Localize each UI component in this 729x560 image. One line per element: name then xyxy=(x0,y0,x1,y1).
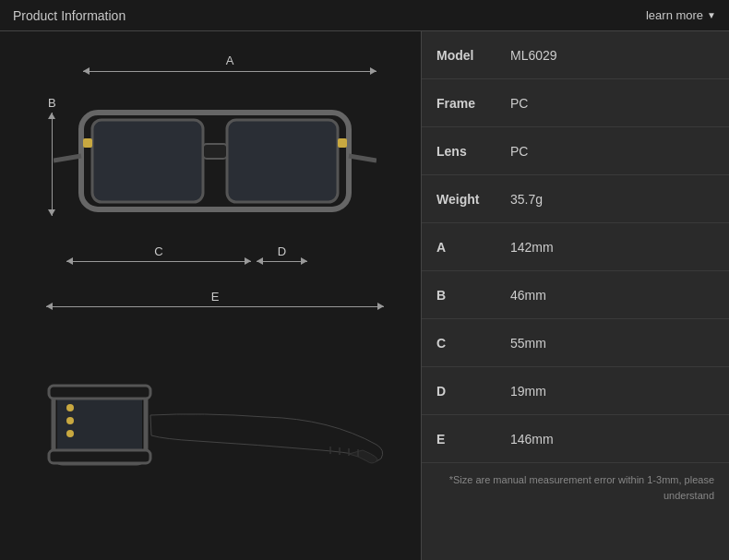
right-panel: ModelML6029FramePCLensPCWeight35.7gA142m… xyxy=(421,31,729,560)
d-label: D xyxy=(278,244,286,258)
e-label: E xyxy=(211,290,220,304)
spec-row: B46mm xyxy=(422,271,729,319)
spec-row: FramePC xyxy=(422,79,729,127)
svg-rect-3 xyxy=(203,144,227,159)
left-panel: A B xyxy=(0,31,421,560)
svg-line-7 xyxy=(54,156,81,161)
spec-label-d: D xyxy=(436,384,510,399)
spec-row: Weight35.7g xyxy=(422,175,729,223)
spec-value-a: 142mm xyxy=(510,240,554,255)
spec-label-frame: Frame xyxy=(436,96,510,111)
svg-rect-12 xyxy=(49,450,150,463)
svg-rect-11 xyxy=(49,386,150,399)
svg-point-15 xyxy=(66,430,74,437)
spec-label-b: B xyxy=(436,288,510,303)
glasses-side-image xyxy=(28,315,402,551)
c-label: C xyxy=(154,244,162,258)
spec-row: C55mm xyxy=(422,319,729,367)
spec-value-e: 146mm xyxy=(510,432,554,447)
glasses-top-svg xyxy=(54,87,376,220)
spec-row: A142mm xyxy=(422,223,729,271)
side-view-section: E xyxy=(28,290,402,551)
spec-label-e: E xyxy=(436,432,510,447)
spec-value-frame: PC xyxy=(510,96,528,111)
glasses-top-image xyxy=(28,87,402,220)
svg-rect-6 xyxy=(338,138,347,148)
spec-row: ModelML6029 xyxy=(422,31,729,79)
svg-rect-5 xyxy=(83,138,92,148)
spec-label-lens: Lens xyxy=(436,144,510,159)
spec-value-c: 55mm xyxy=(510,336,546,351)
top-view-section: A B xyxy=(28,41,402,280)
page-title: Product Information xyxy=(13,8,125,23)
svg-rect-1 xyxy=(92,120,203,202)
learn-more-button[interactable]: learn more ▼ xyxy=(646,8,716,22)
spec-label-weight: Weight xyxy=(436,192,510,207)
dropdown-icon: ▼ xyxy=(707,10,716,20)
svg-point-14 xyxy=(66,417,74,424)
a-label: A xyxy=(226,54,234,67)
learn-more-label: learn more xyxy=(646,8,703,22)
page-header: Product Information learn more ▼ xyxy=(0,0,729,31)
spec-value-model: ML6029 xyxy=(510,48,557,63)
spec-label-c: C xyxy=(436,336,510,351)
main-content: A B xyxy=(0,31,729,560)
spec-value-d: 19mm xyxy=(510,384,546,399)
specs-table: ModelML6029FramePCLensPCWeight35.7gA142m… xyxy=(422,31,729,463)
spec-row: LensPC xyxy=(422,127,729,175)
svg-rect-2 xyxy=(227,120,338,202)
spec-row: E146mm xyxy=(422,415,729,463)
spec-value-lens: PC xyxy=(510,144,528,159)
spec-value-weight: 35.7g xyxy=(510,192,543,207)
spec-label-a: A xyxy=(436,240,510,255)
svg-point-13 xyxy=(66,404,74,411)
spec-row: D19mm xyxy=(422,367,729,415)
svg-line-8 xyxy=(349,156,376,161)
spec-label-model: Model xyxy=(436,48,510,63)
spec-note: *Size are manual measurement error withi… xyxy=(422,463,729,512)
spec-value-b: 46mm xyxy=(510,288,546,303)
glasses-side-svg xyxy=(35,362,395,505)
